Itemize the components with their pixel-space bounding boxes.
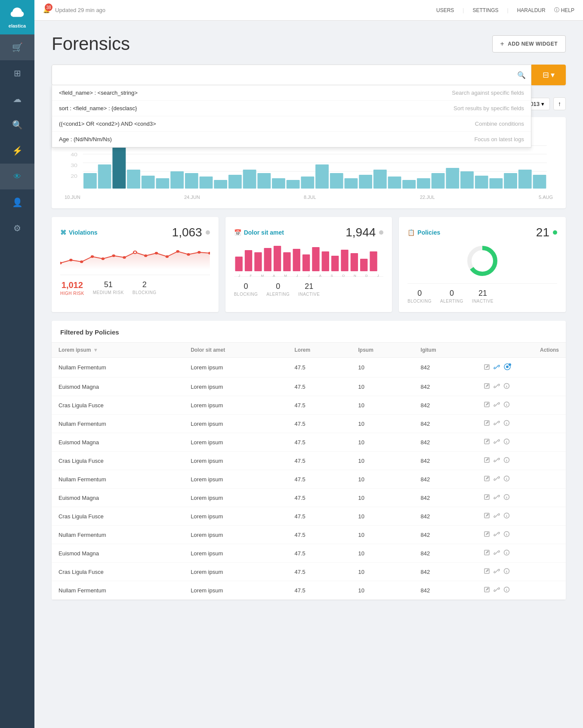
svg-rect-22 xyxy=(287,180,300,189)
link-action-button[interactable] xyxy=(494,512,500,520)
cell-actions xyxy=(477,433,566,452)
sidebar-item-cloud[interactable]: ☁ xyxy=(0,86,34,112)
search-input[interactable] xyxy=(57,71,517,78)
nav-user-name[interactable]: HARALDUR xyxy=(517,7,546,13)
edit-action-button[interactable] xyxy=(484,364,490,372)
user-icon: 👤 xyxy=(12,197,23,208)
link-action-button[interactable] xyxy=(494,531,500,539)
cell-ipsum: 10 xyxy=(351,563,413,581)
topbar-left: 🔔 38 Updated 29 min ago xyxy=(43,7,105,13)
cell-ipsum: 10 xyxy=(351,415,413,433)
link-action-button[interactable] xyxy=(494,475,500,483)
violations-count: 1,063 xyxy=(172,226,202,239)
cell-name: Nullam Fermentum xyxy=(52,358,184,378)
svg-point-53 xyxy=(197,251,201,254)
info-action-button[interactable] xyxy=(503,457,510,465)
link-action-button[interactable] xyxy=(494,383,500,390)
dropdown-item-2[interactable]: ({<cond1> OR <cond2>) AND <cond3> Combin… xyxy=(52,116,531,132)
svg-rect-56 xyxy=(244,250,252,271)
nav-settings[interactable]: SETTINGS xyxy=(472,7,498,13)
edit-action-button[interactable] xyxy=(484,549,490,557)
edit-action-button[interactable] xyxy=(484,512,490,520)
edit-action-button[interactable] xyxy=(484,383,490,390)
notification-bell[interactable]: 🔔 38 xyxy=(43,7,50,13)
svg-rect-34 xyxy=(460,171,474,189)
svg-rect-36 xyxy=(489,178,503,189)
table-row: Nullam Fermentum Lorem ipsum 47.5 10 842 xyxy=(52,415,566,433)
date-reset-button[interactable]: ↑ xyxy=(553,97,566,110)
sidebar-item-search[interactable]: 🔍 xyxy=(0,112,34,138)
dolor-bar-chart: J F M A M J J A S O N D J xyxy=(234,244,384,271)
edit-action-button[interactable] xyxy=(484,457,490,465)
info-action-button[interactable] xyxy=(503,549,510,557)
edit-action-button[interactable] xyxy=(484,494,490,502)
notification-count: 38 xyxy=(45,3,52,11)
info-action-button[interactable] xyxy=(503,383,510,390)
dropdown-item-0[interactable]: <field_name> : <search_string> Search ag… xyxy=(52,85,531,101)
link-action-button[interactable] xyxy=(494,401,500,409)
cell-dolor: Lorem ipsum xyxy=(184,507,287,526)
info-action-button[interactable] xyxy=(503,438,510,446)
table-header-row: Lorem ipsum ▾ Dolor sit amet Lorem Ipsum… xyxy=(52,343,566,358)
edit-action-button[interactable] xyxy=(484,475,490,483)
info-action-button[interactable] xyxy=(503,568,510,576)
edit-action-button[interactable] xyxy=(484,586,490,594)
edit-action-button[interactable] xyxy=(484,568,490,576)
sidebar-item-user[interactable]: 👤 xyxy=(0,189,34,215)
chart-label-2: 8.JUL xyxy=(304,195,316,200)
info-action-button[interactable]: ! xyxy=(503,363,511,372)
sidebar-item-watch[interactable]: 👁 xyxy=(0,164,34,189)
logo[interactable]: elastica xyxy=(0,0,34,34)
search-mode-button[interactable]: ⊟ ▾ xyxy=(531,65,566,85)
svg-rect-13 xyxy=(156,178,169,189)
svg-rect-39 xyxy=(533,175,546,189)
edit-action-button[interactable] xyxy=(484,401,490,409)
info-action-button[interactable] xyxy=(503,586,510,594)
add-widget-button[interactable]: + ADD NEW WIDGET xyxy=(492,35,566,53)
info-action-button[interactable] xyxy=(503,401,510,409)
info-action-button[interactable] xyxy=(503,475,510,483)
nav-users[interactable]: USERS xyxy=(436,7,454,13)
settings-icon: ⚙ xyxy=(13,223,21,233)
edit-action-button[interactable] xyxy=(484,531,490,539)
link-action-button[interactable] xyxy=(494,494,500,502)
link-action-button[interactable] xyxy=(494,568,500,576)
svg-rect-60 xyxy=(283,252,290,271)
svg-point-44 xyxy=(102,257,105,260)
info-action-button[interactable] xyxy=(503,531,510,539)
dolor-indicator xyxy=(379,230,383,235)
violations-title: ⌘ Violations xyxy=(60,229,98,236)
cell-dolor: Lorem ipsum xyxy=(184,415,287,433)
stat-card-violations: ⌘ Violations 1,063 xyxy=(52,217,219,312)
col-header-0[interactable]: Lorem ipsum ▾ xyxy=(52,343,184,358)
cell-actions: ! xyxy=(477,358,566,378)
search-submit-icon[interactable]: 🔍 xyxy=(517,71,526,79)
sidebar-item-settings[interactable]: ⚙ xyxy=(0,215,34,241)
grid-icon: ⊞ xyxy=(14,68,21,78)
info-action-button[interactable] xyxy=(503,494,510,502)
sidebar-item-grid[interactable]: ⊞ xyxy=(0,60,34,86)
cell-dolor: Lorem ipsum xyxy=(184,526,287,544)
info-action-button[interactable] xyxy=(503,420,510,428)
cell-lorem: 47.5 xyxy=(287,507,351,526)
sidebar-item-alerts[interactable]: ⚡ xyxy=(0,138,34,164)
topbar: 🔔 38 Updated 29 min ago USERS | SETTINGS… xyxy=(34,0,583,21)
cell-actions xyxy=(477,544,566,563)
link-action-button[interactable] xyxy=(494,457,500,465)
col-header-4: Igitum xyxy=(414,343,477,358)
dropdown-item-1[interactable]: sort : <field_name> : {desclasc} Sort re… xyxy=(52,101,531,116)
svg-rect-18 xyxy=(228,175,242,189)
stat-card-policies: 📋 Policies 21 xyxy=(399,217,566,312)
help-button[interactable]: ⓘ HELP xyxy=(554,6,574,14)
link-action-button[interactable] xyxy=(494,364,500,372)
link-action-button[interactable] xyxy=(494,549,500,557)
dropdown-item-3[interactable]: Age : (Nd/Nh/Nm/Ns) Focus on latest logs xyxy=(52,132,531,147)
edit-action-button[interactable] xyxy=(484,420,490,428)
link-action-button[interactable] xyxy=(494,420,500,428)
cell-igitum: 842 xyxy=(414,396,477,415)
info-action-button[interactable] xyxy=(503,512,510,520)
sidebar-item-dashboard[interactable]: 🛒 xyxy=(0,34,34,60)
link-action-button[interactable] xyxy=(494,586,500,594)
edit-action-button[interactable] xyxy=(484,438,490,446)
link-action-button[interactable] xyxy=(494,438,500,446)
